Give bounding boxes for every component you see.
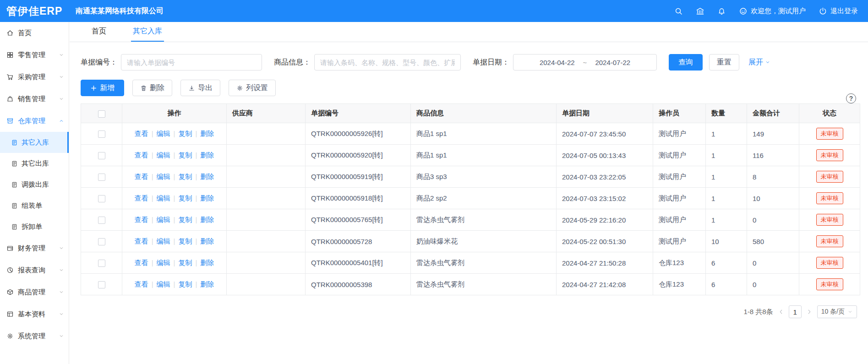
chevron-down-icon bbox=[59, 267, 64, 273]
sidebar-subitem-assembly[interactable]: 组装单 bbox=[0, 195, 69, 216]
row-action-edit[interactable]: 编辑 bbox=[157, 237, 170, 245]
search-icon[interactable] bbox=[674, 7, 683, 16]
row-action-edit[interactable]: 编辑 bbox=[157, 259, 170, 266]
delete-button[interactable]: 删除 bbox=[132, 80, 172, 96]
status-badge: 未审核 bbox=[816, 214, 843, 226]
prev-page-icon[interactable] bbox=[778, 309, 784, 315]
row-action-edit[interactable]: 编辑 bbox=[157, 151, 170, 159]
action-separator: | bbox=[195, 173, 197, 180]
chevron-down-icon bbox=[59, 311, 64, 317]
row-action-view[interactable]: 查看 bbox=[135, 173, 148, 180]
row-action-copy[interactable]: 复制 bbox=[178, 216, 192, 223]
row-checkbox[interactable] bbox=[98, 152, 105, 159]
date-from[interactable]: 2024-04-22 bbox=[540, 59, 575, 66]
cell-product: 奶油味爆米花 bbox=[411, 231, 557, 252]
row-action-delete[interactable]: 删除 bbox=[200, 151, 214, 159]
sidebar-subitem-disassembly[interactable]: 拆卸单 bbox=[0, 216, 69, 237]
cell-operator: 测试用户 bbox=[653, 123, 706, 145]
row-checkbox[interactable] bbox=[98, 217, 105, 224]
sidebar-item-warehouse[interactable]: 仓库管理 bbox=[0, 110, 69, 132]
order-no-input[interactable] bbox=[121, 54, 262, 71]
gear-icon bbox=[236, 85, 243, 92]
chevron-down-icon bbox=[847, 309, 853, 315]
date-separator: ~ bbox=[583, 59, 587, 66]
bell-icon[interactable] bbox=[717, 7, 726, 16]
sidebar-item-home[interactable]: 首页 bbox=[0, 22, 69, 44]
sidebar-item-purchase[interactable]: 采购管理 bbox=[0, 66, 69, 88]
row-action-view[interactable]: 查看 bbox=[135, 237, 148, 245]
menu-product-icon bbox=[6, 288, 14, 296]
row-action-view[interactable]: 查看 bbox=[135, 194, 148, 202]
sidebar-subitem-transfer-outbound[interactable]: 调拨出库 bbox=[0, 174, 69, 195]
row-action-edit[interactable]: 编辑 bbox=[157, 173, 170, 180]
row-action-copy[interactable]: 复制 bbox=[178, 151, 192, 159]
query-button[interactable]: 查询 bbox=[669, 54, 703, 71]
expand-toggle[interactable]: 展开 bbox=[748, 58, 770, 67]
row-action-delete[interactable]: 删除 bbox=[200, 280, 214, 288]
sidebar-item-basic[interactable]: 基本资料 bbox=[0, 303, 69, 325]
row-action-view[interactable]: 查看 bbox=[135, 280, 148, 288]
row-action-copy[interactable]: 复制 bbox=[178, 280, 192, 288]
row-action-delete[interactable]: 删除 bbox=[200, 130, 214, 137]
row-action-delete[interactable]: 删除 bbox=[200, 173, 214, 180]
bank-icon[interactable] bbox=[696, 7, 704, 16]
next-page-icon[interactable] bbox=[806, 309, 813, 315]
row-action-delete[interactable]: 删除 bbox=[200, 237, 214, 245]
row-checkbox[interactable] bbox=[98, 238, 105, 245]
row-action-copy[interactable]: 复制 bbox=[178, 173, 192, 180]
row-checkbox[interactable] bbox=[98, 174, 105, 181]
menu-basic-icon bbox=[6, 310, 14, 318]
tab-other-inbound[interactable]: 其它入库 bbox=[131, 22, 164, 42]
date-to[interactable]: 2024-07-22 bbox=[595, 59, 630, 66]
row-action-edit[interactable]: 编辑 bbox=[157, 280, 170, 288]
row-action-delete[interactable]: 删除 bbox=[200, 194, 214, 202]
page-size-select[interactable]: 10 条/页 bbox=[817, 305, 857, 318]
tab-home[interactable]: 首页 bbox=[90, 22, 108, 42]
row-action-view[interactable]: 查看 bbox=[135, 151, 148, 159]
select-all-checkbox[interactable] bbox=[98, 110, 105, 118]
sidebar-subitem-label: 其它入库 bbox=[22, 138, 49, 147]
row-checkbox[interactable] bbox=[98, 281, 105, 288]
row-action-copy[interactable]: 复制 bbox=[178, 194, 192, 202]
row-checkbox[interactable] bbox=[98, 130, 105, 138]
row-action-view[interactable]: 查看 bbox=[135, 216, 148, 223]
column-settings-button[interactable]: 列设置 bbox=[229, 80, 276, 96]
menu-finance-icon bbox=[6, 244, 14, 252]
cell-operator: 测试用户 bbox=[653, 166, 706, 188]
sidebar-item-finance[interactable]: 财务管理 bbox=[0, 237, 69, 259]
export-button[interactable]: 导出 bbox=[180, 80, 220, 96]
data-table-wrapper: 操作供应商单据编号商品信息单据日期操作员数量金额合计状态 查看|编辑|复制|删除… bbox=[81, 103, 857, 295]
row-action-edit[interactable]: 编辑 bbox=[157, 130, 170, 137]
column-header: 操作 bbox=[122, 104, 227, 123]
cell-supplier bbox=[227, 274, 306, 295]
row-action-edit[interactable]: 编辑 bbox=[157, 194, 170, 202]
logout-button[interactable]: 退出登录 bbox=[819, 7, 858, 16]
row-action-copy[interactable]: 复制 bbox=[178, 259, 192, 266]
product-info-input[interactable] bbox=[314, 54, 461, 71]
row-checkbox[interactable] bbox=[98, 260, 105, 267]
sidebar-item-report[interactable]: 报表查询 bbox=[0, 259, 69, 281]
sidebar-item-product[interactable]: 商品管理 bbox=[0, 281, 69, 303]
row-action-edit[interactable]: 编辑 bbox=[157, 216, 170, 223]
date-range-picker[interactable]: 2024-04-22 ~ 2024-07-22 bbox=[513, 54, 657, 71]
sidebar-item-sales[interactable]: 销售管理 bbox=[0, 88, 69, 110]
sidebar-subitem-other-inbound[interactable]: 其它入库 bbox=[0, 132, 69, 153]
sidebar-item-system[interactable]: 系统管理 bbox=[0, 325, 69, 347]
row-action-delete[interactable]: 删除 bbox=[200, 259, 214, 266]
help-icon[interactable]: ? bbox=[846, 93, 856, 103]
sidebar-subitem-other-outbound[interactable]: 其它出库 bbox=[0, 153, 69, 174]
add-button[interactable]: 新增 bbox=[81, 80, 124, 96]
pagination-total: 1-8 共8条 bbox=[743, 308, 773, 316]
sidebar-item-retail[interactable]: 零售管理 bbox=[0, 44, 69, 66]
row-action-copy[interactable]: 复制 bbox=[178, 130, 192, 137]
row-action-view[interactable]: 查看 bbox=[135, 259, 148, 266]
reset-button[interactable]: 重置 bbox=[709, 54, 739, 71]
row-actions: 查看|编辑|复制|删除 bbox=[135, 130, 214, 137]
table-row: 查看|编辑|复制|删除QTRK00000005918[转]商品2 sp22024… bbox=[81, 188, 860, 209]
user-welcome[interactable]: 欢迎您，测试用户 bbox=[739, 7, 806, 16]
row-action-delete[interactable]: 删除 bbox=[200, 216, 214, 223]
row-checkbox[interactable] bbox=[98, 195, 105, 202]
row-action-view[interactable]: 查看 bbox=[135, 130, 148, 137]
row-action-copy[interactable]: 复制 bbox=[178, 237, 192, 245]
page-number[interactable]: 1 bbox=[789, 305, 802, 318]
